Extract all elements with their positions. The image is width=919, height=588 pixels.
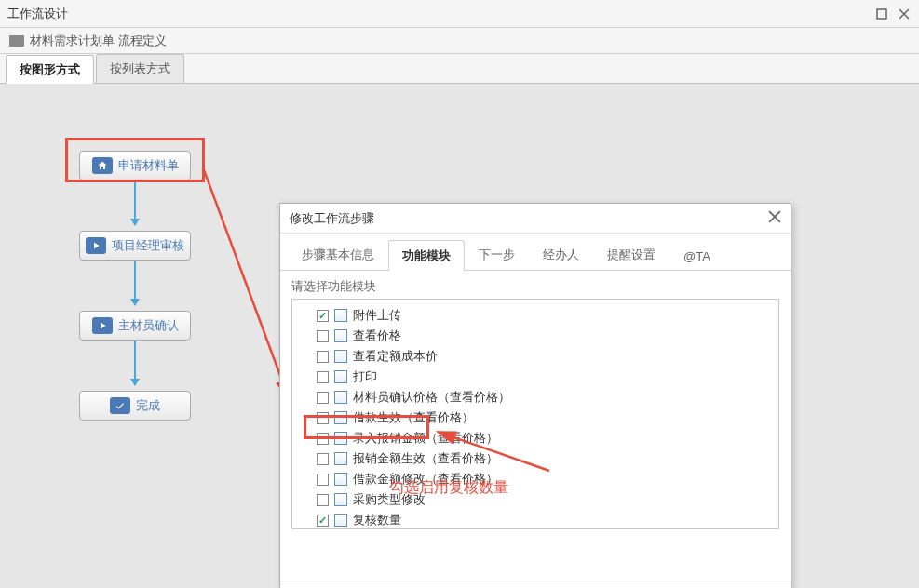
tab-handler[interactable]: 经办人 <box>529 239 593 270</box>
tab-graphic-mode[interactable]: 按图形方式 <box>6 55 94 84</box>
svg-line-1 <box>203 167 289 398</box>
checkbox[interactable] <box>317 371 329 383</box>
dialog-header: 修改工作流步骤 <box>280 204 791 234</box>
flow-node-label: 主材员确认 <box>118 317 179 334</box>
subheader: 材料需求计划单 流程定义 <box>0 28 919 54</box>
annotation-text: 勾选启用复核数量 <box>389 478 508 498</box>
tree-item: 借款金额修改（查看价格） <box>296 469 775 489</box>
tree-item-label: 附件上传 <box>353 307 401 324</box>
annotation-highlight-item <box>304 415 429 439</box>
flow-arrow <box>134 261 136 305</box>
tab-reminder[interactable]: 提醒设置 <box>593 239 669 270</box>
tab-list-mode[interactable]: 按列表方式 <box>96 54 184 83</box>
tree-item-label: 复核数量 <box>353 512 401 528</box>
checkbox[interactable] <box>317 514 329 527</box>
tree-item: 打印 <box>296 367 775 387</box>
tree-item-label: 材料员确认价格（查看价格） <box>353 389 510 406</box>
monitor-icon <box>9 35 24 47</box>
page-icon <box>334 329 347 342</box>
checkbox[interactable] <box>317 494 329 506</box>
module-tree[interactable]: 附件上传 查看价格 查看定额成本价 打印 <box>291 299 779 529</box>
tree-item-label: 报销金额生效（查看价格） <box>353 450 498 467</box>
dialog-close-icon[interactable] <box>768 210 781 227</box>
workflow-canvas: 申请材料单 项目经理审核 主材员确认 完成 修改工作流步骤 步骤基本信息 功能模… <box>0 84 919 588</box>
flow-arrow <box>134 341 136 385</box>
tab-basic-info[interactable]: 步骤基本信息 <box>288 239 388 270</box>
titlebar: 工作流设计 <box>0 0 919 28</box>
subtitle: 材料需求计划单 流程定义 <box>30 33 167 49</box>
check-icon <box>110 397 130 414</box>
tree-item: 附件上传 <box>296 305 775 326</box>
close-icon[interactable] <box>897 7 912 21</box>
checkbox[interactable] <box>317 330 329 342</box>
tree-item: 复核数量 <box>296 510 775 529</box>
checkbox[interactable] <box>317 351 329 363</box>
window-title: 工作流设计 <box>7 6 874 22</box>
page-icon <box>334 309 347 322</box>
page-icon <box>334 493 347 506</box>
tab-at-ta[interactable]: @TA <box>669 242 724 270</box>
dialog-footer: 保存 关闭 <box>280 581 791 588</box>
tab-next-step[interactable]: 下一步 <box>465 239 529 270</box>
tree-item: 报销金额生效（查看价格） <box>296 448 775 469</box>
flow-node-manager-review[interactable]: 项目经理审核 <box>79 231 191 261</box>
tree-item: 采购类型修改 <box>296 489 775 510</box>
play-icon <box>86 237 106 254</box>
tree-item-label: 查看价格 <box>353 327 401 344</box>
page-icon <box>334 452 347 465</box>
dialog-tabs: 步骤基本信息 功能模块 下一步 经办人 提醒设置 @TA <box>280 239 791 271</box>
page-icon <box>334 473 347 486</box>
edit-step-dialog: 修改工作流步骤 步骤基本信息 功能模块 下一步 经办人 提醒设置 @TA 请选择… <box>279 203 791 588</box>
tree-item-label: 查看定额成本价 <box>353 348 438 365</box>
maximize-icon[interactable] <box>874 7 889 21</box>
select-module-prompt: 请选择功能模块 <box>291 278 779 295</box>
flow-node-complete[interactable]: 完成 <box>79 391 191 421</box>
checkbox[interactable] <box>317 310 329 322</box>
page-icon <box>334 370 347 383</box>
flow-node-label: 项目经理审核 <box>112 237 184 254</box>
svg-rect-0 <box>877 9 886 19</box>
page-icon <box>334 391 347 404</box>
tab-function-module[interactable]: 功能模块 <box>388 240 465 271</box>
tree-item: 查看价格 <box>296 326 775 346</box>
checkbox[interactable] <box>317 453 329 465</box>
page-icon <box>334 514 347 527</box>
tree-item: 材料员确认价格（查看价格） <box>296 387 775 408</box>
main-tabs: 按图形方式 按列表方式 <box>0 54 919 84</box>
page-icon <box>334 350 347 363</box>
flow-node-material-confirm[interactable]: 主材员确认 <box>79 311 191 341</box>
dialog-title: 修改工作流步骤 <box>290 210 768 227</box>
window-controls <box>874 7 912 21</box>
flow-node-label: 完成 <box>136 397 160 414</box>
flow-arrow <box>134 180 136 225</box>
annotation-highlight-node <box>65 138 205 182</box>
tree-item: 查看定额成本价 <box>296 346 775 367</box>
checkbox[interactable] <box>317 392 329 404</box>
tree-item-label: 打印 <box>353 368 377 385</box>
checkbox[interactable] <box>317 474 329 486</box>
play-icon <box>92 317 113 334</box>
